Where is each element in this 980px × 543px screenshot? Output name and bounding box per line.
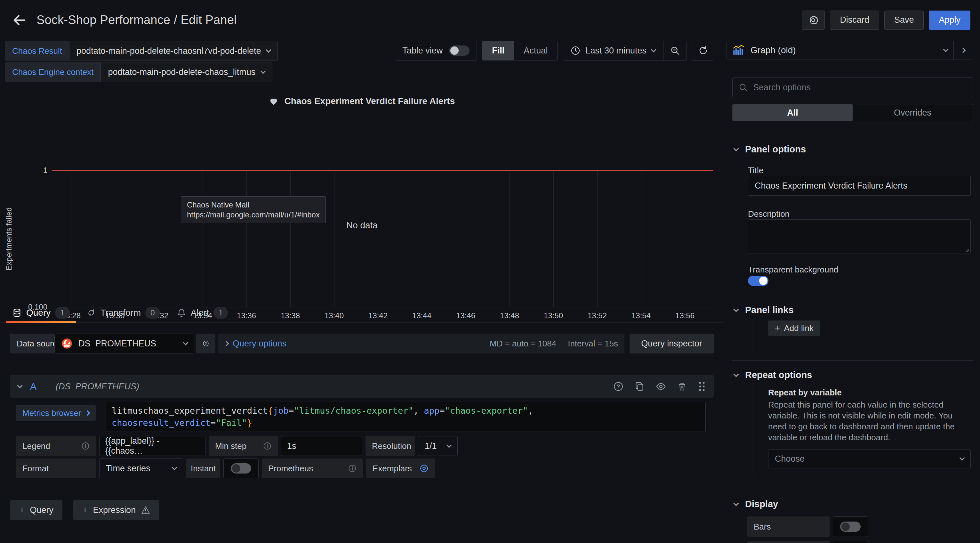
query-options-row-1: Legend {{app_label}} - {{chaos… Min step… <box>16 436 458 456</box>
panel-preview: Chaos Experiment Verdict Failure Alerts … <box>0 86 724 283</box>
no-data-message: No data <box>0 220 724 231</box>
header: Sock-Shop Performance / Edit Panel Disca… <box>0 0 980 40</box>
duplicate-icon[interactable] <box>634 381 644 392</box>
add-link-button[interactable]: + Add link <box>768 320 820 336</box>
svg-text:?: ? <box>205 342 207 346</box>
prometheus-type-box: Prometheus <box>262 459 363 478</box>
add-expression-button[interactable]: + Expression <box>73 500 159 520</box>
refresh-button[interactable] <box>692 41 714 61</box>
tab-query[interactable]: Query 1 <box>4 303 78 322</box>
time-range-control: Last 30 minutes <box>563 41 687 61</box>
chevron-down-icon <box>266 48 271 53</box>
eye-icon[interactable] <box>655 381 667 392</box>
info-icon <box>348 464 356 473</box>
back-button[interactable] <box>10 11 29 30</box>
format-label-box: Format <box>16 459 96 478</box>
plus-icon: + <box>19 505 25 516</box>
section-indent-guide <box>753 318 753 353</box>
add-query-button[interactable]: + Query <box>10 500 62 520</box>
gridline <box>466 170 466 307</box>
query-row-header[interactable]: A (DS_PROMETHEUS) ? <box>10 375 714 398</box>
query-datasource-hint: (DS_PROMETHEUS) <box>56 382 139 392</box>
format-select[interactable]: Time series <box>99 459 183 478</box>
help-circle-icon: ? <box>203 338 209 349</box>
actual-option[interactable]: Actual <box>514 41 557 60</box>
variable-value-dropdown[interactable]: podtato-main-pod-delete-chaosnl7vd-pod-d… <box>69 41 278 61</box>
graph-chart-icon <box>733 45 745 56</box>
variable-value-text: podtato-main-pod-delete-chaosnl7vd-pod-d… <box>76 46 261 56</box>
toggle-knob <box>842 522 850 531</box>
transform-icon <box>86 308 96 318</box>
promql-expression-editor[interactable]: litmuschaos_experiment_verdict{job="litm… <box>106 402 706 432</box>
tab-label: Transform <box>100 308 141 318</box>
gridline <box>115 170 115 307</box>
zoom-out-icon <box>670 45 680 56</box>
visualization-select[interactable]: Graph (old) <box>727 41 953 59</box>
zoom-out-time-button[interactable] <box>663 41 687 60</box>
time-range-picker[interactable]: Last 30 minutes <box>563 41 663 60</box>
chevron-down-icon <box>733 371 739 377</box>
gridline <box>422 170 422 307</box>
data-source-help-button[interactable]: ? <box>196 334 215 354</box>
section-display[interactable]: Display <box>734 499 778 510</box>
gridline <box>597 170 598 307</box>
fill-actual-segmented: Fill Actual <box>482 41 558 61</box>
next-option-toggle-box-partial <box>833 541 868 543</box>
variable-chaos-result: Chaos Result podtato-main-pod-delete-cha… <box>5 41 278 61</box>
variable-label: Chaos Result <box>5 41 69 61</box>
max-data-points-info: MD = auto = 1084 <box>490 339 556 349</box>
tab-alert[interactable]: Alert 1 <box>169 303 237 322</box>
metrics-browser-button[interactable]: Metrics browser <box>16 405 96 421</box>
panel-description-textarea[interactable] <box>748 219 971 254</box>
resize-handle-icon[interactable] <box>964 247 969 252</box>
variable-value-dropdown[interactable]: podtato-main-pod-delete-chaos_litmus <box>100 62 272 82</box>
tab-label: Query <box>26 308 51 318</box>
toggle-viz-picker-button[interactable] <box>953 41 972 59</box>
graph-plot-area[interactable]: 13:2813:3013:3213:3413:3613:3813:4013:42… <box>0 86 724 283</box>
gridline <box>159 170 159 307</box>
instant-toggle[interactable] <box>231 463 251 473</box>
threshold-line <box>52 170 713 170</box>
trash-icon[interactable] <box>677 381 687 392</box>
fill-option[interactable]: Fill <box>482 41 514 60</box>
variable-label: Chaos Engine context <box>5 62 100 82</box>
section-panel-options[interactable]: Panel options <box>734 144 806 154</box>
variable-chaos-engine-context: Chaos Engine context podtato-main-pod-de… <box>5 62 272 82</box>
data-source-picker[interactable]: DS_PROMETHEUS <box>54 334 194 354</box>
description-field-label: Description <box>748 209 789 219</box>
gridline <box>334 170 334 307</box>
collapse-chevron-icon <box>17 383 23 389</box>
drag-handle-icon[interactable] <box>698 381 706 392</box>
table-view-toggle[interactable] <box>449 45 469 56</box>
gridline <box>641 170 641 307</box>
table-view-control: Table view <box>395 41 477 61</box>
repeat-variable-select[interactable]: Choose <box>768 449 971 468</box>
min-step-input[interactable]: 1s <box>281 436 362 456</box>
resolution-select[interactable]: 1/1 <box>418 436 458 456</box>
help-circle-icon[interactable]: ? <box>613 381 624 392</box>
panel-settings-button[interactable] <box>802 11 825 30</box>
gridline <box>685 170 685 307</box>
bars-toggle[interactable] <box>840 522 861 532</box>
section-divider <box>732 360 973 361</box>
query-options-bar[interactable]: Query options MD = auto = 1084 Interval … <box>218 334 624 354</box>
query-inspector-button[interactable]: Query inspector <box>630 334 714 354</box>
legend-format-input[interactable]: {{app_label}} - {{chaos… <box>99 436 205 456</box>
toggle-knob <box>450 46 459 55</box>
tab-transform[interactable]: Transform 0 <box>78 303 169 322</box>
section-panel-links[interactable]: Panel links <box>734 305 794 315</box>
chevron-right-icon <box>960 48 966 53</box>
title-field-label: Title <box>748 166 763 175</box>
discard-button[interactable]: Discard <box>830 11 879 30</box>
visualization-name: Graph (old) <box>751 45 796 56</box>
transparent-background-toggle[interactable] <box>748 275 768 286</box>
section-repeat-options[interactable]: Repeat options <box>734 370 812 381</box>
apply-button[interactable]: Apply <box>929 11 970 30</box>
query-options-link[interactable]: Query options <box>233 339 286 349</box>
tab-overrides[interactable]: Overrides <box>853 104 973 121</box>
save-button[interactable]: Save <box>884 11 924 30</box>
exemplars-eye-icon[interactable] <box>419 463 429 473</box>
search-options-box[interactable]: Search options <box>732 78 973 97</box>
panel-title-input[interactable]: Chaos Experiment Verdict Failure Alerts <box>748 176 971 196</box>
tab-all[interactable]: All <box>733 104 853 121</box>
